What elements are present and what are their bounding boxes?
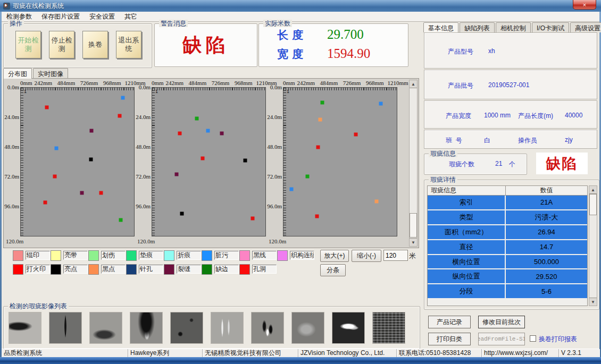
tab-right-3[interactable]: I/O卡测试: [532, 22, 569, 32]
table-row[interactable]: 横向位置500.000: [428, 255, 587, 270]
table-row[interactable]: 类型污渍-大: [428, 210, 587, 225]
menu-item-3[interactable]: 其它: [120, 12, 142, 21]
table-row[interactable]: 直径14.7: [428, 240, 587, 255]
tab-right-2[interactable]: 相机控制: [496, 22, 531, 32]
product-info-row-1: 产品批号20190527-001: [424, 70, 597, 99]
defect-point[interactable]: [220, 132, 224, 136]
defect-point[interactable]: [118, 114, 122, 118]
meter-range-input[interactable]: [383, 250, 408, 261]
close-button[interactable]: ×: [573, 0, 596, 10]
modify-batch-button[interactable]: 修改目前批次: [478, 316, 525, 328]
defect-point[interactable]: [305, 175, 309, 179]
meter-row-0: 长度29.700: [277, 27, 364, 43]
tab-right-0[interactable]: 基本信息: [423, 22, 458, 32]
product-field-value: 20190527-001: [488, 81, 529, 89]
defect-thumbnail-1[interactable]: [49, 312, 82, 344]
defect-point[interactable]: [121, 96, 125, 99]
defect-point[interactable]: [55, 146, 59, 150]
x-tick: 242mm: [34, 80, 52, 86]
defect-thumbnail-7[interactable]: [291, 312, 324, 344]
defect-point[interactable]: [178, 132, 182, 136]
product-field-value: 白: [484, 136, 490, 145]
scroll-down-icon[interactable]: ▼: [410, 238, 417, 246]
start-detect-button[interactable]: 开始检测: [15, 31, 41, 58]
split-strips-button[interactable]: 分条: [320, 264, 346, 276]
legend-row-0: 辊印亮带划伤垫痕折痕脏污黑线织构连续: [13, 250, 320, 261]
defect-point[interactable]: [375, 199, 379, 203]
defect-point[interactable]: [243, 159, 247, 163]
defect-point[interactable]: [180, 212, 183, 216]
defect-point[interactable]: [320, 100, 324, 104]
product-record-button[interactable]: 产品记录: [428, 316, 471, 328]
plot-scroll-thumb[interactable]: [410, 213, 417, 238]
defect-thumbnail-3[interactable]: [130, 312, 163, 344]
defect-point[interactable]: [89, 157, 93, 161]
zoom-in-button[interactable]: 放大(+): [320, 250, 349, 262]
defect-detail-group: 瑕疵详情 瑕疵信息 数值 索引21A类型污渍-大面积（mm2）26.94直径14…: [424, 180, 599, 310]
zoom-out-button[interactable]: 缩小(-): [352, 250, 381, 262]
defect-point[interactable]: [44, 201, 47, 205]
operation-buttons: 开始检测停止检测换卷退出系统: [4, 24, 152, 58]
defect-point[interactable]: [316, 145, 320, 149]
defect-point[interactable]: [251, 217, 254, 221]
table-vertical-scrollbar[interactable]: ▲ ▼: [589, 185, 597, 306]
defect-point[interactable]: [195, 117, 199, 121]
read-from-file-button[interactable]: ReadFromFile-SIM: [478, 333, 525, 345]
windows-taskbar[interactable]: [0, 357, 601, 364]
defect-point[interactable]: [379, 102, 382, 106]
defect-point[interactable]: [201, 156, 205, 160]
defect-point[interactable]: [119, 218, 123, 222]
defect-thumbnail-5[interactable]: [211, 312, 244, 344]
defect-thumbnail-2[interactable]: [89, 312, 122, 344]
tab-left-1[interactable]: 实时图像: [33, 68, 68, 79]
table-cell-name: 横向位置: [428, 255, 506, 269]
menu-item-2[interactable]: 安全设置: [85, 12, 120, 21]
defect-info-group: 瑕疵信息 瑕疵个数 21 个: [424, 154, 527, 175]
tab-right-1[interactable]: 缺陷列表: [460, 22, 495, 32]
defect-point[interactable]: [290, 187, 294, 191]
defect-point[interactable]: [80, 191, 84, 194]
exit-system-button[interactable]: 退出系统: [116, 31, 141, 58]
change-roll-button[interactable]: 换卷: [82, 31, 108, 58]
tab-right-4[interactable]: 高级设置: [570, 22, 601, 32]
table-row[interactable]: 纵向位置29.520: [428, 269, 587, 284]
y-tick: 96.0m: [4, 203, 19, 209]
defect-point[interactable]: [354, 133, 358, 137]
defect-point[interactable]: [175, 172, 179, 176]
scroll-up-icon[interactable]: ▲: [410, 80, 417, 88]
product-field-value: 40000: [565, 112, 582, 119]
table-row[interactable]: 分段5-6: [428, 284, 587, 299]
defect-point[interactable]: [319, 118, 322, 122]
distribution-tabs: 分布图实时图像: [3, 68, 69, 79]
defect-point[interactable]: [206, 129, 210, 133]
legend-item: 垫痕: [126, 250, 164, 261]
table-scroll-thumb[interactable]: [589, 194, 597, 215]
defect-point[interactable]: [90, 129, 94, 133]
table-row[interactable]: 面积（mm2）26.94: [428, 225, 587, 240]
menu-item-1[interactable]: 保存图片设置: [37, 12, 85, 21]
scatter-panel-2: 0mm242mm484mm726mm968mm1210mm0.0m24.0m48…: [136, 80, 267, 248]
y-tick: 24.0m: [267, 114, 282, 120]
close-icon: ×: [583, 2, 586, 8]
defect-point[interactable]: [53, 175, 57, 179]
y-tick: 120.0m: [6, 238, 23, 244]
defect-point[interactable]: [315, 214, 319, 218]
scroll-up-icon[interactable]: ▲: [589, 186, 597, 194]
print-classify-button[interactable]: 打印归类: [428, 333, 471, 345]
legend-label: 打火印: [26, 265, 50, 274]
defect-point[interactable]: [99, 191, 103, 194]
defect-thumbnail-0[interactable]: [9, 312, 41, 344]
stop-detect-button[interactable]: 停止检测: [49, 31, 74, 58]
table-row[interactable]: 索引21A: [428, 196, 587, 210]
plot-vertical-scrollbar[interactable]: ▲ ▼: [409, 80, 418, 247]
defect-point[interactable]: [45, 106, 48, 109]
tab-left-0[interactable]: 分布图: [3, 68, 32, 79]
scroll-down-icon[interactable]: ▼: [589, 298, 597, 306]
defect-thumbnail-4[interactable]: [170, 312, 203, 344]
plot-canvas-1: 1: [20, 87, 135, 236]
legend-label: 黑线: [252, 251, 277, 260]
defect-thumbnail-8[interactable]: [332, 312, 365, 344]
defect-thumbnail-6[interactable]: [251, 312, 284, 344]
print-report-checkbox[interactable]: [530, 335, 536, 342]
defect-thumbnail-9[interactable]: [372, 312, 405, 344]
